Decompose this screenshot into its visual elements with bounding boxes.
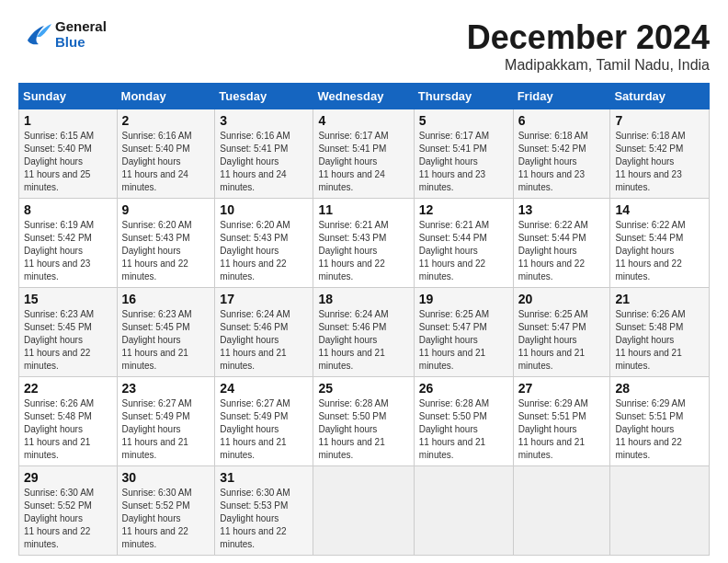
calendar-cell: 25 Sunrise: 6:28 AM Sunset: 5:50 PM Dayl… (313, 377, 414, 466)
day-number: 17 (220, 292, 308, 306)
day-number: 14 (615, 202, 704, 217)
day-number: 12 (419, 202, 508, 217)
calendar-cell: 11 Sunrise: 6:21 AM Sunset: 5:43 PM Dayl… (313, 199, 414, 288)
calendar-cell: 4 Sunrise: 6:17 AM Sunset: 5:41 PM Dayli… (313, 109, 414, 199)
calendar-cell: 6 Sunrise: 6:18 AM Sunset: 5:42 PM Dayli… (513, 109, 610, 199)
calendar-cell: 14 Sunrise: 6:22 AM Sunset: 5:44 PM Dayl… (610, 199, 710, 288)
day-detail: Sunrise: 6:20 AM Sunset: 5:43 PM Dayligh… (220, 219, 308, 283)
day-number: 22 (24, 381, 112, 396)
day-detail: Sunrise: 6:23 AM Sunset: 5:45 PM Dayligh… (24, 308, 112, 373)
day-number: 25 (318, 381, 408, 396)
logo-text: General Blue (55, 18, 107, 50)
day-detail: Sunrise: 6:21 AM Sunset: 5:44 PM Dayligh… (419, 219, 508, 283)
day-number: 6 (518, 113, 606, 128)
calendar-row: 29 Sunrise: 6:30 AM Sunset: 5:52 PM Dayl… (19, 466, 710, 556)
calendar-cell: 23 Sunrise: 6:27 AM Sunset: 5:49 PM Dayl… (117, 377, 215, 466)
day-detail: Sunrise: 6:16 AM Sunset: 5:41 PM Dayligh… (220, 130, 308, 194)
day-detail: Sunrise: 6:20 AM Sunset: 5:43 PM Dayligh… (122, 219, 210, 283)
day-number: 20 (518, 292, 606, 306)
day-number: 11 (318, 202, 408, 217)
calendar-row: 22 Sunrise: 6:26 AM Sunset: 5:48 PM Dayl… (19, 377, 710, 466)
day-number: 18 (318, 292, 408, 306)
logo-icon (18, 20, 51, 48)
calendar-cell: 26 Sunrise: 6:28 AM Sunset: 5:50 PM Dayl… (414, 377, 513, 466)
calendar-cell: 20 Sunrise: 6:25 AM Sunset: 5:47 PM Dayl… (513, 288, 610, 377)
col-saturday: Saturday (610, 84, 710, 109)
calendar-cell: 19 Sunrise: 6:25 AM Sunset: 5:47 PM Dayl… (414, 288, 513, 377)
day-number: 5 (419, 113, 508, 128)
day-number: 24 (220, 381, 308, 396)
day-detail: Sunrise: 6:30 AM Sunset: 5:53 PM Dayligh… (220, 487, 308, 551)
day-detail: Sunrise: 6:16 AM Sunset: 5:40 PM Dayligh… (122, 130, 210, 194)
calendar-cell: 3 Sunrise: 6:16 AM Sunset: 5:41 PM Dayli… (215, 109, 313, 199)
day-number: 8 (24, 202, 112, 217)
day-number: 31 (220, 470, 308, 485)
calendar-cell: 5 Sunrise: 6:17 AM Sunset: 5:41 PM Dayli… (414, 109, 513, 199)
day-detail: Sunrise: 6:18 AM Sunset: 5:42 PM Dayligh… (518, 130, 606, 194)
day-number: 15 (24, 292, 112, 306)
day-detail: Sunrise: 6:22 AM Sunset: 5:44 PM Dayligh… (518, 219, 606, 283)
calendar-cell: 16 Sunrise: 6:23 AM Sunset: 5:45 PM Dayl… (117, 288, 215, 377)
calendar-cell: 10 Sunrise: 6:20 AM Sunset: 5:43 PM Dayl… (215, 199, 313, 288)
day-detail: Sunrise: 6:19 AM Sunset: 5:42 PM Dayligh… (24, 219, 112, 283)
day-number: 13 (518, 202, 606, 217)
logo: General Blue (18, 18, 107, 50)
calendar-cell (610, 466, 710, 556)
calendar-cell: 8 Sunrise: 6:19 AM Sunset: 5:42 PM Dayli… (19, 199, 118, 288)
calendar-row: 8 Sunrise: 6:19 AM Sunset: 5:42 PM Dayli… (19, 199, 710, 288)
month-title: December 2024 (467, 18, 710, 57)
calendar-cell: 30 Sunrise: 6:30 AM Sunset: 5:52 PM Dayl… (117, 466, 215, 556)
day-number: 28 (615, 381, 704, 396)
calendar-cell: 12 Sunrise: 6:21 AM Sunset: 5:44 PM Dayl… (414, 199, 513, 288)
calendar-row: 1 Sunrise: 6:15 AM Sunset: 5:40 PM Dayli… (19, 109, 710, 199)
location-subtitle: Madipakkam, Tamil Nadu, India (467, 57, 710, 74)
calendar-cell: 31 Sunrise: 6:30 AM Sunset: 5:53 PM Dayl… (215, 466, 313, 556)
day-detail: Sunrise: 6:27 AM Sunset: 5:49 PM Dayligh… (122, 397, 210, 462)
day-detail: Sunrise: 6:30 AM Sunset: 5:52 PM Dayligh… (122, 487, 210, 551)
day-number: 7 (615, 113, 704, 128)
day-detail: Sunrise: 6:28 AM Sunset: 5:50 PM Dayligh… (318, 397, 408, 462)
day-number: 9 (122, 202, 210, 217)
col-friday: Friday (513, 84, 610, 109)
day-detail: Sunrise: 6:28 AM Sunset: 5:50 PM Dayligh… (419, 397, 508, 462)
calendar-cell: 21 Sunrise: 6:26 AM Sunset: 5:48 PM Dayl… (610, 288, 710, 377)
col-sunday: Sunday (19, 84, 118, 109)
day-detail: Sunrise: 6:15 AM Sunset: 5:40 PM Dayligh… (24, 130, 112, 194)
day-number: 2 (122, 113, 210, 128)
day-detail: Sunrise: 6:26 AM Sunset: 5:48 PM Dayligh… (615, 308, 704, 373)
day-detail: Sunrise: 6:29 AM Sunset: 5:51 PM Dayligh… (615, 397, 704, 462)
day-number: 19 (419, 292, 508, 306)
col-monday: Monday (117, 84, 215, 109)
day-number: 4 (318, 113, 408, 128)
calendar-cell: 27 Sunrise: 6:29 AM Sunset: 5:51 PM Dayl… (513, 377, 610, 466)
col-thursday: Thursday (414, 84, 513, 109)
day-number: 27 (518, 381, 606, 396)
day-detail: Sunrise: 6:24 AM Sunset: 5:46 PM Dayligh… (318, 308, 408, 373)
day-detail: Sunrise: 6:29 AM Sunset: 5:51 PM Dayligh… (518, 397, 606, 462)
day-detail: Sunrise: 6:23 AM Sunset: 5:45 PM Dayligh… (122, 308, 210, 373)
calendar-row: 15 Sunrise: 6:23 AM Sunset: 5:45 PM Dayl… (19, 288, 710, 377)
day-number: 16 (122, 292, 210, 306)
calendar-cell: 1 Sunrise: 6:15 AM Sunset: 5:40 PM Dayli… (19, 109, 118, 199)
calendar-cell: 13 Sunrise: 6:22 AM Sunset: 5:44 PM Dayl… (513, 199, 610, 288)
page-header: General Blue December 2024 Madipakkam, T… (18, 18, 710, 74)
day-detail: Sunrise: 6:30 AM Sunset: 5:52 PM Dayligh… (24, 487, 112, 551)
col-tuesday: Tuesday (215, 84, 313, 109)
day-detail: Sunrise: 6:18 AM Sunset: 5:42 PM Dayligh… (615, 130, 704, 194)
day-detail: Sunrise: 6:27 AM Sunset: 5:49 PM Dayligh… (220, 397, 308, 462)
day-detail: Sunrise: 6:21 AM Sunset: 5:43 PM Dayligh… (318, 219, 408, 283)
calendar-cell: 29 Sunrise: 6:30 AM Sunset: 5:52 PM Dayl… (19, 466, 118, 556)
day-detail: Sunrise: 6:17 AM Sunset: 5:41 PM Dayligh… (318, 130, 408, 194)
calendar-table: Sunday Monday Tuesday Wednesday Thursday… (18, 83, 710, 556)
day-number: 3 (220, 113, 308, 128)
day-detail: Sunrise: 6:25 AM Sunset: 5:47 PM Dayligh… (518, 308, 606, 373)
day-number: 1 (24, 113, 112, 128)
calendar-cell: 22 Sunrise: 6:26 AM Sunset: 5:48 PM Dayl… (19, 377, 118, 466)
header-row: Sunday Monday Tuesday Wednesday Thursday… (19, 84, 710, 109)
day-number: 21 (615, 292, 704, 306)
day-number: 26 (419, 381, 508, 396)
calendar-cell: 28 Sunrise: 6:29 AM Sunset: 5:51 PM Dayl… (610, 377, 710, 466)
calendar-cell (414, 466, 513, 556)
calendar-cell (313, 466, 414, 556)
calendar-cell: 17 Sunrise: 6:24 AM Sunset: 5:46 PM Dayl… (215, 288, 313, 377)
